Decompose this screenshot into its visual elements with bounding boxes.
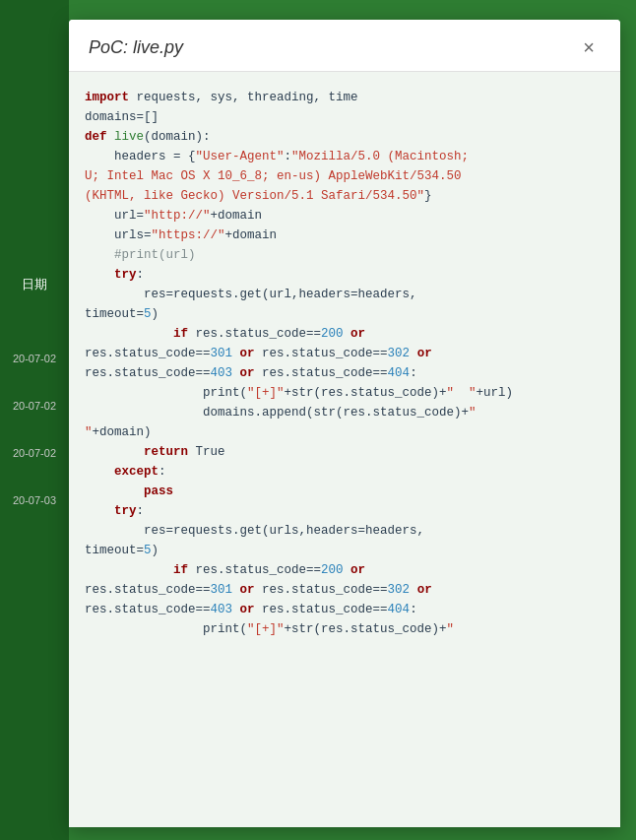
modal-header: PoC: live.py × [69, 20, 620, 72]
modal-body[interactable]: import requests, sys, threading, time do… [69, 72, 620, 827]
close-button[interactable]: × [577, 35, 601, 59]
date-item-2: 20-07-02 [0, 382, 69, 429]
date-list: 20-07-02 20-07-02 20-07-02 20-07-03 [0, 335, 69, 524]
modal-title: PoC: live.py [89, 37, 183, 58]
modal-dialog: PoC: live.py × import requests, sys, thr… [69, 20, 620, 827]
date-item-1: 20-07-02 [0, 335, 69, 382]
code-block: import requests, sys, threading, time do… [85, 88, 604, 639]
date-item-3: 20-07-02 [0, 429, 69, 477]
date-item-4: 20-07-03 [0, 477, 69, 524]
sidebar-date-label: 日期 [0, 276, 69, 293]
